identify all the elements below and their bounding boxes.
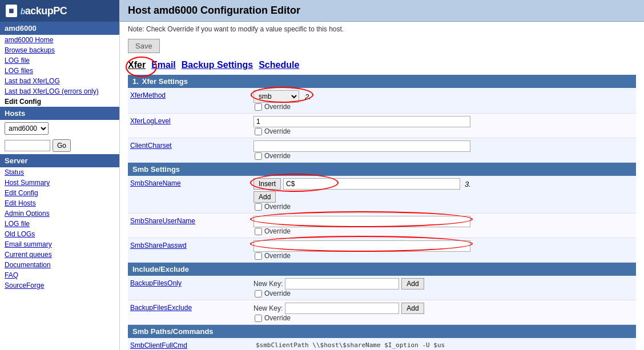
host-dropdown[interactable]: amd6000 [5,122,49,135]
backup-files-exclude-label[interactable]: BackupFilesExclude [128,303,253,313]
tab-backup-settings[interactable]: Backup Settings [182,60,253,70]
backup-files-exclude-newkey-input[interactable] [285,303,399,314]
smb-client-full-cmd-row: SmbClientFullCmd $smbClientPath \\$host\… [128,338,636,350]
smb-share-passwd-label[interactable]: SmbSharePasswd [128,240,253,251]
smb-paths-header: Smb Paths/Commands [128,325,636,338]
smb-share-username-override: Override [253,227,636,235]
xfer-log-level-override: Override [253,127,636,135]
old-logs-link[interactable]: Old LOGs [0,229,119,239]
smb-share-insert-row: Insert 3. [253,178,636,190]
xfer-settings-section: 1. Xfer Settings XferMethod smb rsync ta… [128,75,636,163]
backup-files-exclude-controls: New Key: Add Override [253,303,636,322]
tab-nav: Xfer Email Backup Settings Schedule [120,58,644,75]
current-queues-link[interactable]: Current queues [0,250,119,260]
sourceforge-link[interactable]: SourceForge [0,280,119,291]
smb-share-username-input[interactable] [253,216,470,227]
logo-bar: ■ backupPC [0,0,119,22]
smb-share-passwd-override-label: Override [264,252,291,260]
xfer-method-override-label: Override [264,103,291,111]
backup-files-exclude-override-checkbox[interactable] [255,315,262,322]
client-charset-override: Override [253,152,636,160]
xfer-log-level-override-label: Override [264,127,291,135]
last-bad-xferlog-errors-link[interactable]: Last bad XferLOG (errors only) [0,86,119,96]
xfer-log-level-override-checkbox[interactable] [255,128,262,135]
admin-options-link[interactable]: Admin Options [0,208,119,219]
server-log-link[interactable]: LOG file [0,219,119,229]
save-bar: Save [120,37,644,58]
backup-files-only-override-checkbox[interactable] [255,290,262,297]
host-go-button[interactable]: Go [53,139,71,152]
smb-share-name-input[interactable] [283,178,460,190]
status-link[interactable]: Status [0,167,119,178]
backup-files-only-label[interactable]: BackupFilesOnly [128,278,253,288]
xfer-log-level-label[interactable]: XferLogLevel [128,116,253,126]
smb-settings-section: Smb Settings SmbShareName Insert 3. Add … [128,163,636,263]
backup-files-exclude-newkey-row: New Key: Add [253,303,636,314]
client-charset-override-label: Override [264,152,291,160]
smb-share-username-label[interactable]: SmbShareUserName [128,216,253,226]
xfer-section-title: Xfer Settings [142,77,188,86]
xfer-section-num: 1. [132,77,139,86]
smb-client-full-cmd-value: $smbClientPath \\$host\$shareName $I_opt… [253,340,636,350]
smb-share-name-override-checkbox[interactable] [255,203,262,211]
step-2: 2. [305,92,311,101]
sidebar: ■ backupPC amd6000 amd6000 Home Browse b… [0,0,120,350]
smb-share-name-label[interactable]: SmbShareName [128,178,253,188]
backup-files-only-add-button[interactable]: Add [401,278,424,289]
xfer-method-select[interactable]: smb rsync tar [253,90,299,103]
log-file-link[interactable]: LOG file [0,55,119,66]
host-search-row: Go [0,137,119,154]
last-bad-xferlog-link[interactable]: Last bad XferLOG [0,76,119,86]
host-summary-link[interactable]: Host Summary [0,178,119,188]
email-summary-link[interactable]: Email summary [0,239,119,250]
backup-files-only-override-label: Override [264,289,291,297]
backup-files-exclude-row: BackupFilesExclude New Key: Add Override [128,300,636,325]
smb-add-button[interactable]: Add [253,191,276,203]
client-charset-label[interactable]: ClientCharset [128,140,253,151]
tab-xfer[interactable]: Xfer [128,60,146,70]
documentation-link[interactable]: Documentation [0,260,119,270]
backup-files-exclude-override-label: Override [264,314,291,322]
xfer-log-level-input[interactable] [253,116,470,127]
amd6000-home-link[interactable]: amd6000 Home [0,35,119,45]
smb-share-name-controls: Insert 3. Add Override [253,178,636,211]
backup-files-only-newkey-row: New Key: Add [253,278,636,289]
xfer-method-override-checkbox[interactable] [255,103,262,111]
xfer-method-label[interactable]: XferMethod [128,90,253,100]
xfer-method-input-row: smb rsync tar 2. [253,90,636,103]
main-content: Host amd6000 Configuration Editor Note: … [120,0,644,350]
smb-share-username-override-checkbox[interactable] [255,228,262,235]
smb-share-passwd-input[interactable] [253,240,470,252]
tab-schedule[interactable]: Schedule [259,60,299,70]
client-charset-row: ClientCharset Override [128,138,636,163]
smb-insert-button[interactable]: Insert [253,178,281,190]
edit-config-server-link[interactable]: Edit Config [0,188,119,198]
smb-share-username-override-label: Override [264,227,291,235]
backup-files-exclude-add-button[interactable]: Add [401,303,424,314]
logo-icon: ■ [6,5,17,17]
smb-share-passwd-row: SmbSharePasswd 5. Override [128,238,636,263]
smb-client-full-cmd-label[interactable]: SmbClientFullCmd [128,340,253,350]
client-charset-input[interactable] [253,140,470,152]
host-search-input[interactable] [5,140,50,151]
xfer-log-level-controls: Override [253,116,636,135]
faq-link[interactable]: FAQ [0,270,119,280]
smb-share-passwd-controls: 5. Override [253,240,636,260]
log-files-link[interactable]: LOG files [0,66,119,76]
edit-config-current-link[interactable]: Edit Config [0,96,119,107]
browse-backups-link[interactable]: Browse backups [0,45,119,55]
note-text: Note: Check Override if you want to modi… [120,22,644,37]
backup-files-only-controls: New Key: Add Override [253,278,636,297]
hosts-section-header: Hosts [0,107,119,120]
client-charset-override-checkbox[interactable] [255,152,262,160]
include-exclude-section: Include/Exclude BackupFilesOnly New Key:… [128,263,636,325]
xfer-method-controls: smb rsync tar 2. Override [253,90,636,111]
save-button[interactable]: Save [128,39,160,53]
backup-files-only-newkey-input[interactable] [285,278,399,289]
step-3: 3. [465,180,471,188]
smb-share-name-override-label: Override [264,203,291,211]
tab-email[interactable]: Email [151,60,176,70]
smb-share-passwd-override-checkbox[interactable] [255,252,262,260]
smb-share-name-override: Override [253,203,636,211]
edit-hosts-link[interactable]: Edit Hosts [0,198,119,208]
